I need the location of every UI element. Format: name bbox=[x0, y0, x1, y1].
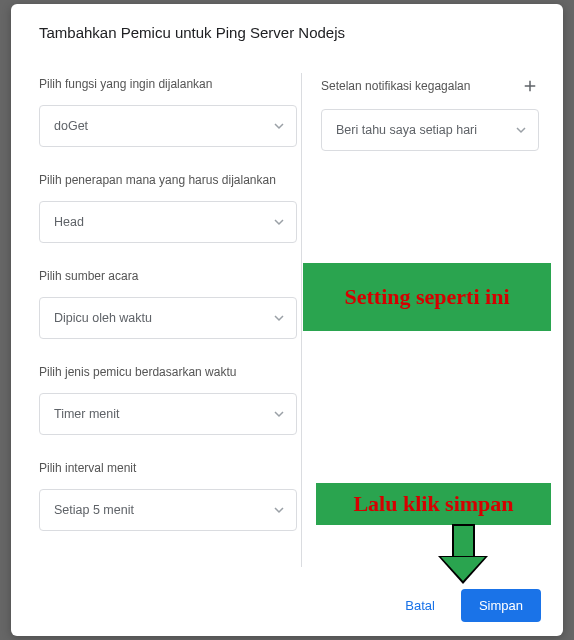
chevron-down-icon bbox=[274, 217, 284, 227]
function-select[interactable]: doGet bbox=[39, 105, 297, 147]
chevron-down-icon bbox=[274, 409, 284, 419]
dialog-body: Pilih fungsi yang ingin dijalankan doGet… bbox=[11, 45, 563, 581]
deployment-value: Head bbox=[54, 215, 84, 229]
column-divider bbox=[301, 73, 302, 567]
chevron-down-icon bbox=[516, 125, 526, 135]
notification-label: Setelan notifikasi kegagalan bbox=[321, 79, 470, 93]
interval-select[interactable]: Setiap 5 menit bbox=[39, 489, 297, 531]
trigger-type-value: Timer menit bbox=[54, 407, 120, 421]
save-button[interactable]: Simpan bbox=[461, 589, 541, 622]
notification-value: Beri tahu saya setiap hari bbox=[336, 123, 477, 137]
plus-icon[interactable] bbox=[521, 77, 539, 95]
dialog-title: Tambahkan Pemicu untuk Ping Server Nodej… bbox=[11, 4, 563, 45]
trigger-type-select[interactable]: Timer menit bbox=[39, 393, 297, 435]
trigger-type-label: Pilih jenis pemicu berdasarkan waktu bbox=[39, 365, 297, 379]
deployment-label: Pilih penerapan mana yang harus dijalank… bbox=[39, 173, 297, 187]
notification-header: Setelan notifikasi kegagalan bbox=[321, 77, 539, 95]
function-label: Pilih fungsi yang ingin dijalankan bbox=[39, 77, 297, 91]
deployment-select[interactable]: Head bbox=[39, 201, 297, 243]
notification-select[interactable]: Beri tahu saya setiap hari bbox=[321, 109, 539, 151]
event-source-label: Pilih sumber acara bbox=[39, 269, 297, 283]
cancel-button[interactable]: Batal bbox=[395, 590, 445, 621]
trigger-dialog: Tambahkan Pemicu untuk Ping Server Nodej… bbox=[11, 4, 563, 636]
chevron-down-icon bbox=[274, 121, 284, 131]
event-source-select[interactable]: Dipicu oleh waktu bbox=[39, 297, 297, 339]
event-source-value: Dipicu oleh waktu bbox=[54, 311, 152, 325]
chevron-down-icon bbox=[274, 505, 284, 515]
left-column: Pilih fungsi yang ingin dijalankan doGet… bbox=[39, 71, 297, 581]
right-column: Setelan notifikasi kegagalan Beri tahu s… bbox=[297, 71, 539, 581]
chevron-down-icon bbox=[274, 313, 284, 323]
interval-label: Pilih interval menit bbox=[39, 461, 297, 475]
dialog-footer: Batal Simpan bbox=[11, 581, 563, 636]
interval-value: Setiap 5 menit bbox=[54, 503, 134, 517]
function-value: doGet bbox=[54, 119, 88, 133]
